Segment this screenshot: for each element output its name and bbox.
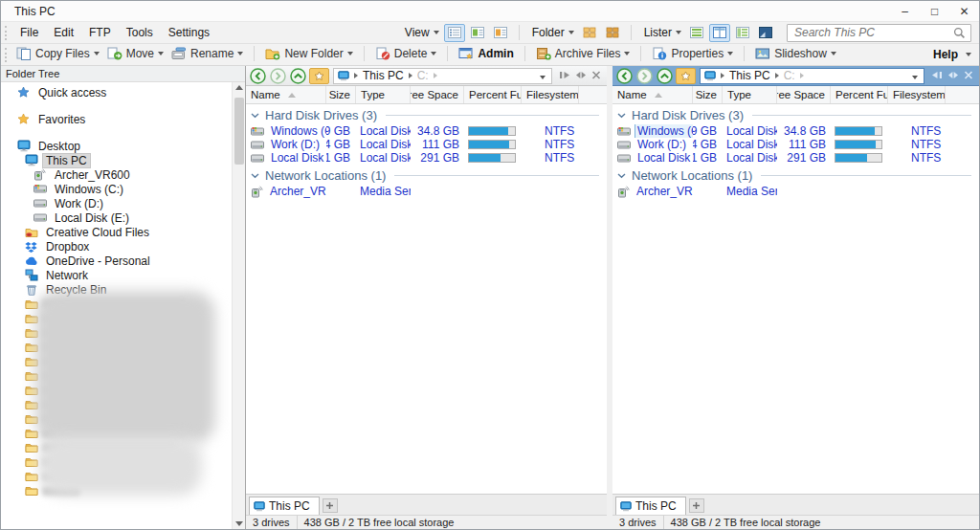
lister-dropdown[interactable]: Lister: [638, 26, 685, 39]
menu-item-edit[interactable]: Edit: [46, 23, 81, 42]
move-button[interactable]: Move: [103, 46, 167, 61]
delete-button[interactable]: Delete: [371, 46, 441, 61]
minimize-button[interactable]: –: [890, 1, 920, 21]
tree-item-windows-c-[interactable]: Windows (C:): [1, 182, 245, 196]
tree-item-redacted-folder[interactable]: [1, 469, 245, 483]
menu-item-file[interactable]: File: [12, 23, 46, 42]
up-button[interactable]: [289, 68, 307, 84]
tree-item-redacted-folder[interactable]: [1, 411, 245, 426]
toolbar-grip[interactable]: [5, 48, 9, 62]
path-dropdown-button[interactable]: [538, 69, 547, 82]
column-filesystem[interactable]: Filesystem: [522, 86, 579, 103]
folder-grid-dark-button[interactable]: [602, 24, 623, 42]
column-name[interactable]: Name: [612, 86, 693, 103]
tab-this-pc[interactable]: This PC: [615, 497, 686, 515]
tree-item-redacted-folder[interactable]: [1, 483, 245, 497]
column-free-space[interactable]: Free Space: [411, 86, 464, 103]
maximize-pane-button[interactable]: [931, 69, 943, 82]
folder-dropdown[interactable]: Folder: [526, 26, 578, 39]
drive-row-local-disk-e-[interactable]: Local Disk (E:) 931 GB Local Disk 291 GB…: [246, 151, 607, 165]
path-dropdown-button[interactable]: [910, 69, 920, 82]
scrollbar-thumb[interactable]: [234, 98, 244, 165]
tree-item-redacted-folder[interactable]: [1, 311, 245, 325]
drive-row-windows-c-[interactable]: Windows (C:) 229 GB Local Disk 34.8 GB N…: [246, 124, 607, 138]
drive-row-archer-vr600[interactable]: Archer_VR600 Media Server: [246, 185, 607, 198]
tree-item-archer-vr600[interactable]: Archer_VR600: [1, 167, 245, 182]
copy-files-button[interactable]: Copy Files: [12, 46, 103, 61]
menubar-grip[interactable]: [5, 26, 9, 40]
column-percent-full[interactable]: Percent Full: [464, 86, 522, 103]
favorites-button[interactable]: [676, 68, 696, 84]
scroll-up-icon[interactable]: [235, 85, 243, 90]
column-size[interactable]: Size: [326, 86, 355, 103]
lister-dark-button[interactable]: [755, 24, 776, 42]
tree-item-favorites[interactable]: Favorites: [1, 112, 245, 126]
rename-button[interactable]: Rename: [167, 46, 247, 61]
tree-item-this-pc[interactable]: This PC: [1, 153, 245, 167]
search-input[interactable]: [792, 25, 953, 40]
group-header[interactable]: Hard Disk Drives (3): [251, 107, 599, 123]
view-dropdown[interactable]: View: [399, 26, 443, 39]
tree-item-redacted-folder[interactable]: [1, 440, 245, 454]
back-button[interactable]: [615, 68, 634, 84]
tree-item-quick-access[interactable]: Quick access: [1, 85, 245, 99]
view-details-button[interactable]: [444, 24, 465, 42]
lister-tree-button[interactable]: [732, 24, 753, 42]
breadcrumb-root[interactable]: This PC: [363, 69, 404, 82]
search-box[interactable]: [787, 24, 971, 42]
tree-item-redacted-folder[interactable]: [1, 454, 245, 469]
column-type[interactable]: Type: [355, 86, 411, 103]
group-header[interactable]: Network Locations (1): [617, 167, 971, 184]
maximize-button[interactable]: □: [920, 1, 949, 21]
scroll-down-icon[interactable]: [235, 521, 243, 526]
drive-row-work-d-[interactable]: Work (D:) 894 GB Local Disk 111 GB NTFS: [246, 138, 607, 151]
archive-files-button[interactable]: Archive Files: [532, 46, 635, 61]
column-size[interactable]: Size: [693, 86, 722, 103]
tab-this-pc[interactable]: This PC: [249, 497, 320, 515]
tree-item-desktop[interactable]: Desktop: [1, 139, 245, 153]
favorites-button[interactable]: [309, 68, 329, 84]
tree-item-local-disk-e-[interactable]: Local Disk (E:): [1, 210, 245, 225]
tree-item-redacted-folder[interactable]: [1, 368, 245, 383]
group-header[interactable]: Network Locations (1): [251, 167, 599, 184]
tree-item-redacted-folder[interactable]: [1, 397, 245, 411]
breadcrumb[interactable]: This PC C:: [333, 68, 552, 84]
lister-dual-button[interactable]: [709, 24, 730, 42]
menu-item-settings[interactable]: Settings: [161, 23, 217, 42]
forward-button[interactable]: [635, 68, 654, 84]
drive-row-archer-vr600[interactable]: Archer_VR600 Media Server: [612, 185, 979, 198]
help-button[interactable]: Help: [925, 47, 979, 62]
close-button[interactable]: ✕: [949, 1, 979, 21]
menu-item-tools[interactable]: Tools: [119, 23, 161, 42]
tree-item-redacted-folder[interactable]: [1, 325, 245, 340]
tree-item-redacted-folder[interactable]: [1, 426, 245, 440]
group-header[interactable]: Hard Disk Drives (3): [617, 107, 971, 123]
breadcrumb[interactable]: This PC C:: [700, 68, 924, 84]
tree-item-redacted-folder[interactable]: [1, 383, 245, 397]
slideshow-button[interactable]: Slideshow: [751, 46, 840, 61]
close-pane-button[interactable]: [591, 69, 601, 82]
tree-item-creative-cloud-files[interactable]: Creative Cloud Files: [1, 225, 245, 239]
swap-panes-button[interactable]: [575, 69, 587, 82]
lister-bars-button[interactable]: [686, 24, 707, 42]
breadcrumb-root[interactable]: This PC: [729, 69, 770, 82]
column-free-space[interactable]: Free Space: [777, 86, 831, 103]
drive-row-work-d-[interactable]: Work (D:) 894 GB Local Disk 111 GB NTFS: [612, 138, 979, 151]
forward-button[interactable]: [269, 68, 287, 84]
up-button[interactable]: [656, 68, 674, 84]
tree-item-network[interactable]: Network: [1, 268, 245, 282]
tree-item-work-d-[interactable]: Work (D:): [1, 196, 245, 210]
drive-row-local-disk-e-[interactable]: Local Disk (E:) 931 GB Local Disk 291 GB…: [612, 151, 979, 165]
swap-panes-button[interactable]: [947, 69, 959, 82]
column-name[interactable]: Name: [246, 86, 326, 103]
new-tab-button[interactable]: [689, 498, 704, 513]
tree-item-onedrive-personal[interactable]: OneDrive - Personal: [1, 254, 245, 268]
admin-button[interactable]: Admin: [455, 46, 517, 61]
tree-item-recycle-bin[interactable]: Recycle Bin: [1, 282, 245, 297]
new-tab-button[interactable]: [323, 498, 338, 513]
properties-button[interactable]: Properties: [648, 46, 737, 61]
new-folder-button[interactable]: New Folder: [261, 46, 356, 61]
column-percent-full[interactable]: Percent Full: [831, 86, 888, 103]
column-type[interactable]: Type: [722, 86, 777, 103]
maximize-pane-button[interactable]: [559, 69, 570, 82]
